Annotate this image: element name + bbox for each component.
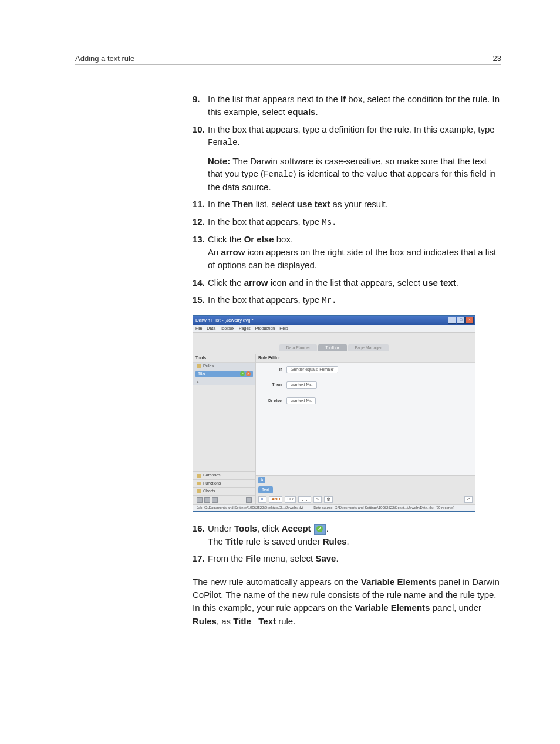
trash-icon[interactable] <box>246 497 252 503</box>
cancel-icon[interactable]: × <box>246 371 251 376</box>
text: rule is saved under <box>244 536 323 546</box>
label: Rules <box>203 364 214 368</box>
bold: arrow <box>221 247 245 257</box>
bold: Tools <box>234 523 257 533</box>
if-row: If Gender equals 'Female' <box>262 366 469 373</box>
code: Ms. <box>322 218 336 227</box>
text: The <box>208 536 225 546</box>
code: Female <box>208 138 237 147</box>
note-label: Note: <box>208 156 230 166</box>
status-job: Job: C:\Documents and Settings\10062522\… <box>197 506 303 510</box>
text: An <box>208 247 221 257</box>
tools-charts[interactable]: Charts <box>193 487 255 495</box>
menu-toolbox[interactable]: Toolbox <box>220 326 234 330</box>
and-chip[interactable]: AND <box>269 496 282 502</box>
orelse-label: Or else <box>262 398 282 403</box>
menu-help[interactable]: Help <box>279 326 288 330</box>
step-15: 15. In the box that appears, type Mr. <box>193 293 501 306</box>
folder-icon <box>197 482 201 485</box>
text: Click the <box>208 234 244 244</box>
window-controls: _ □ × <box>448 317 474 324</box>
if-chip[interactable]: IF <box>258 496 266 502</box>
orelse-value[interactable]: use text Mr. <box>286 397 316 404</box>
tab-toolbox[interactable]: Toolbox <box>318 344 346 351</box>
bold: File <box>245 553 261 563</box>
folder-icon <box>197 364 201 368</box>
code: Mr. <box>322 296 336 305</box>
or-chip[interactable]: OR <box>285 496 296 502</box>
tab-bar: Data Planner Toolbox Page Manager <box>193 333 475 354</box>
menu-data[interactable]: Data <box>207 326 215 330</box>
menu-file[interactable]: File <box>195 326 202 330</box>
expand-icon[interactable]: ⤢ <box>464 496 473 502</box>
step-number: 10. <box>193 123 205 136</box>
note: Note: The Darwin software is case-sensit… <box>208 155 501 194</box>
then-value[interactable]: use text Ms. <box>286 381 317 388</box>
text: . <box>326 523 329 533</box>
maximize-icon[interactable]: □ <box>457 317 465 324</box>
tool-icon[interactable]: ⋮⋮ <box>298 496 311 502</box>
text: , click <box>257 523 282 533</box>
tab-page-manager[interactable]: Page Manager <box>348 344 389 351</box>
app-window: Darwin Pilot - [Jewelry.dvj] * _ □ × Fil… <box>193 315 475 512</box>
rule-title-item[interactable]: Title ✓ × <box>195 371 253 377</box>
tool-icon[interactable]: ✎ <box>313 496 322 502</box>
step-number: 14. <box>193 276 205 289</box>
text: Under <box>208 523 234 533</box>
status-bar: Job: C:\Documents and Settings\10062522\… <box>193 504 475 511</box>
tools-rules[interactable]: Rules <box>193 363 255 370</box>
bold: equals <box>288 107 316 117</box>
step-number: 15. <box>193 293 205 306</box>
tools-footer <box>193 495 255 504</box>
step-13: 13. Click the Or else box. An arrow icon… <box>193 233 501 271</box>
text: . <box>237 137 239 147</box>
label: Charts <box>203 489 215 493</box>
text: In the <box>208 199 232 209</box>
code: Female <box>264 170 293 179</box>
text: . <box>315 107 318 117</box>
tab-data-planner[interactable]: Data Planner <box>279 344 318 351</box>
bold: Then <box>232 199 254 209</box>
text: In the box that appears, type <box>208 217 322 226</box>
square-icon[interactable] <box>197 497 203 503</box>
step-number: 17. <box>193 552 205 565</box>
step-number: 9. <box>193 93 200 106</box>
bold: Or else <box>244 234 274 244</box>
editor-toolbar-3: IF AND OR ⋮⋮ ✎ 🗑 ⤢ <box>256 495 475 503</box>
expand-row[interactable]: ▸ <box>193 378 255 385</box>
text: . <box>347 536 349 546</box>
bold: If <box>340 94 346 104</box>
header-left: Adding a text rule <box>75 54 134 63</box>
step-9: 9. In the list that appears next to the … <box>193 93 501 119</box>
bold: Rules <box>193 616 217 626</box>
text-button[interactable]: Text <box>258 486 273 493</box>
text: Click the <box>208 278 244 288</box>
text: In the box that appears, type <box>208 295 322 305</box>
tools-functions[interactable]: Functions <box>193 479 255 487</box>
accept-icon[interactable]: ✓ <box>240 371 245 376</box>
tools-barcodes[interactable]: Barcodes <box>193 471 255 479</box>
text: In the box that appears, type a definiti… <box>208 124 495 134</box>
text: rule. <box>276 616 295 626</box>
bold: Rules <box>323 536 347 546</box>
text-a-icon[interactable]: A <box>258 477 265 483</box>
menu-pages[interactable]: Pages <box>239 326 251 330</box>
square-icon[interactable] <box>212 497 218 503</box>
bold: Accept <box>282 523 311 533</box>
step-17: 17. From the File menu, select Save. <box>193 552 501 565</box>
window-title: Darwin Pilot - [Jewelry.dvj] * <box>195 317 254 323</box>
text: list, select <box>254 199 297 209</box>
if-value[interactable]: Gender equals 'Female' <box>286 366 338 373</box>
bold: Variable Elements <box>361 577 436 587</box>
step-11: 11. In the Then list, select use text as… <box>193 198 501 211</box>
text: panel, under <box>430 603 481 613</box>
square-icon[interactable] <box>204 497 210 503</box>
step-number: 12. <box>193 215 205 228</box>
bold: Save <box>315 553 336 563</box>
minimize-icon[interactable]: _ <box>448 317 456 324</box>
text: . <box>456 278 458 288</box>
trash-icon[interactable]: 🗑 <box>324 496 333 502</box>
close-icon[interactable]: × <box>465 317 474 324</box>
rule-label: Title <box>198 371 205 376</box>
menu-production[interactable]: Production <box>255 326 275 330</box>
